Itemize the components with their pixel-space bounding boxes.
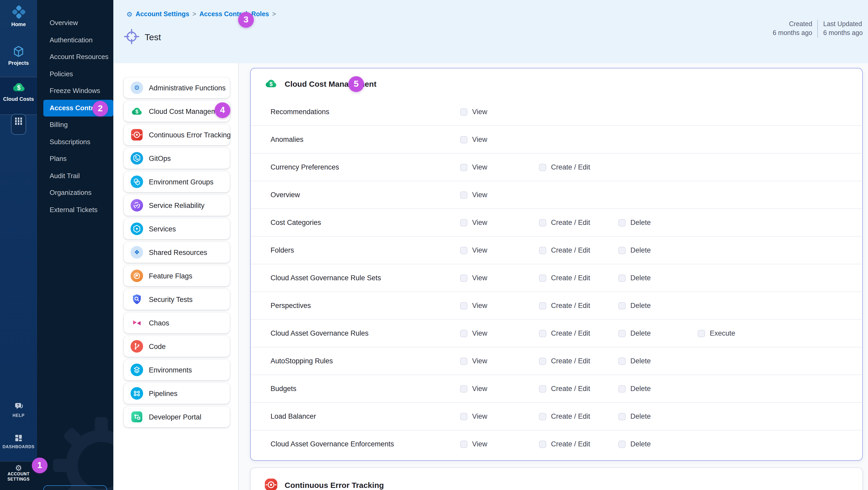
service-reliability-icon — [130, 199, 143, 212]
sidebar-item-policies[interactable]: Policies — [37, 66, 113, 83]
module-card-label: Continuous Error Tracking — [149, 131, 231, 139]
rail-item-cloud-costs[interactable]: $ Cloud Costs — [0, 80, 37, 102]
module-card-environment-groups[interactable]: Environment Groups — [124, 171, 230, 192]
checkbox-view[interactable] — [460, 385, 467, 392]
permission-cell-create_edit: Create / Edit — [539, 329, 590, 337]
sidebar-item-authentication[interactable]: Authentication — [37, 32, 113, 49]
checkbox-create_edit[interactable] — [539, 440, 546, 448]
sidebar-item-billing[interactable]: Billing — [37, 117, 113, 133]
rail-item-help[interactable]: ? HELP — [0, 401, 37, 418]
sidebar-item-organizations[interactable]: Organizations — [37, 184, 113, 202]
breadcrumb-separator: > — [192, 10, 196, 18]
gitops-icon — [130, 152, 143, 164]
module-card-continuous-error-tracking[interactable]: Continuous Error Tracking — [124, 124, 230, 145]
module-card-chaos[interactable]: Chaos — [124, 312, 230, 333]
checkbox-delete[interactable] — [618, 357, 626, 365]
module-card-feature-flags[interactable]: Feature Flags — [124, 265, 230, 286]
sidebar-item-plans[interactable]: Plans — [37, 150, 113, 167]
checkbox-delete[interactable] — [618, 247, 626, 254]
checkbox-create_edit[interactable] — [539, 413, 546, 420]
checkbox-delete[interactable] — [618, 219, 626, 226]
module-card-label: Chaos — [149, 319, 169, 327]
breadcrumb-access-control-roles[interactable]: Access Control: Roles — [199, 10, 269, 18]
checkbox-view[interactable] — [460, 219, 467, 226]
resource-label: Budgets — [271, 385, 297, 393]
sidebar-item-account-resources[interactable]: Account Resources — [37, 49, 113, 66]
checkbox-execute[interactable] — [698, 330, 705, 337]
checkbox-create_edit[interactable] — [539, 357, 546, 365]
checkbox-delete[interactable] — [618, 302, 626, 309]
sidebar-item-external-tickets[interactable]: External Tickets — [37, 202, 113, 218]
module-card-shared-resources[interactable]: ❖Shared Resources — [124, 242, 230, 263]
checkbox-delete[interactable] — [618, 440, 626, 448]
permission-label: View — [472, 440, 487, 448]
module-card-gitops[interactable]: GitOps — [124, 148, 230, 169]
checkbox-delete[interactable] — [618, 274, 626, 282]
checkbox-create_edit[interactable] — [539, 163, 546, 171]
annotation-badge-2: 2 — [92, 101, 108, 117]
checkbox-delete[interactable] — [618, 385, 626, 392]
sidebar-item-subscriptions[interactable]: Subscriptions — [37, 133, 113, 150]
permission-label: Create / Edit — [551, 302, 590, 309]
module-card-label: Feature Flags — [149, 272, 192, 280]
sidebar-item-audit-trail[interactable]: Audit Trail — [37, 167, 113, 184]
rail-item-account-settings[interactable]: ⚙ ACCOUNT SETTINGS — [0, 464, 37, 482]
feature-flags-icon — [130, 270, 143, 282]
sidebar-item-overview[interactable]: Overview — [37, 14, 113, 32]
rail-item-label: HELP — [0, 413, 37, 418]
permission-label: View — [472, 412, 487, 420]
resource-label: Recommendations — [271, 108, 329, 116]
permission-label: Delete — [630, 302, 651, 309]
rail-item-dashboards[interactable]: DASHBOARDS — [0, 433, 37, 449]
checkbox-create_edit[interactable] — [539, 385, 546, 392]
breadcrumb-account-settings[interactable]: Account Settings — [135, 10, 189, 18]
checkbox-view[interactable] — [460, 136, 467, 143]
checkbox-view[interactable] — [460, 108, 467, 116]
module-card-administrative-functions[interactable]: ⚙Administrative Functions — [124, 77, 230, 98]
checkbox-view[interactable] — [460, 274, 467, 282]
rail-item-home[interactable]: Home — [0, 4, 37, 27]
checkbox-view[interactable] — [460, 413, 467, 420]
permission-cell-view: View — [460, 274, 487, 282]
permission-cell-create_edit: Create / Edit — [539, 357, 590, 365]
checkbox-view[interactable] — [460, 247, 467, 254]
checkbox-view[interactable] — [460, 163, 467, 171]
permission-label: Delete — [630, 385, 651, 393]
checkbox-view[interactable] — [460, 330, 467, 337]
rail-item-projects[interactable]: Projects — [0, 44, 37, 66]
permission-label: Execute — [710, 329, 735, 337]
checkbox-create_edit[interactable] — [539, 330, 546, 337]
checkbox-view[interactable] — [460, 191, 467, 198]
module-card-developer-portal[interactable]: Developer Portal — [124, 406, 230, 427]
checkbox-delete[interactable] — [618, 413, 626, 420]
module-card-environments[interactable]: Environments — [124, 359, 230, 380]
resource-label: Perspectives — [271, 302, 311, 309]
permission-label: Delete — [630, 329, 651, 337]
module-picker-button[interactable] — [11, 114, 26, 135]
checkbox-create_edit[interactable] — [539, 274, 546, 282]
error-tracking-icon — [130, 128, 143, 141]
module-card-security-tests[interactable]: Security Tests — [124, 289, 230, 310]
checkbox-view[interactable] — [460, 357, 467, 365]
module-card-cloud-cost-management[interactable]: $Cloud Cost Management — [124, 101, 230, 122]
checkbox-delete[interactable] — [618, 330, 626, 337]
checkbox-create_edit[interactable] — [539, 219, 546, 226]
gear-icon: ⚙ — [126, 11, 132, 18]
module-card-service-reliability[interactable]: Service Reliability — [124, 195, 230, 216]
env-groups-icon — [130, 176, 143, 188]
module-card-services[interactable]: Services — [124, 218, 230, 239]
sidebar-item-freeze-windows[interactable]: Freeze Windows — [37, 83, 113, 99]
module-card-pipelines[interactable]: Pipelines — [124, 383, 230, 404]
module-card-label: Pipelines — [149, 390, 178, 397]
module-card-label: Environment Groups — [149, 178, 214, 186]
permission-label: View — [472, 329, 487, 337]
checkbox-view[interactable] — [460, 440, 467, 448]
module-card-code[interactable]: Code — [124, 336, 230, 357]
page-header: ⚙ Account Settings > Access Control: Rol… — [113, 0, 868, 63]
checkbox-create_edit[interactable] — [539, 247, 546, 254]
permission-row-autostopping-rules: AutoStopping RulesViewCreate / EditDelet… — [251, 347, 862, 375]
permission-label: Delete — [630, 412, 651, 420]
checkbox-view[interactable] — [460, 302, 467, 309]
checkbox-create_edit[interactable] — [539, 302, 546, 309]
sidebar-bottom-button[interactable] — [43, 485, 107, 490]
